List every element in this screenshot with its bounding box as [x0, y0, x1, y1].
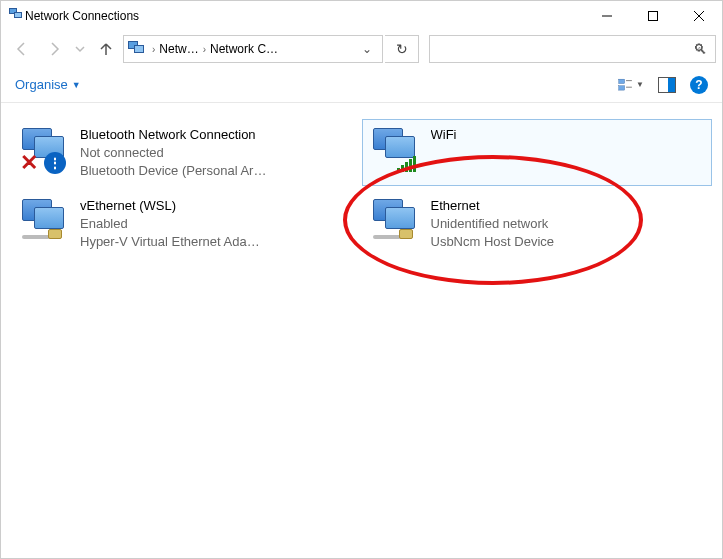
connection-name: vEthernet (WSL): [80, 197, 260, 214]
connection-name: Ethernet: [431, 197, 555, 214]
back-button[interactable]: [7, 35, 37, 63]
signal-bars-icon: [397, 156, 416, 172]
wifi-adapter-icon: [371, 126, 419, 174]
title-bar: Network Connections: [1, 1, 722, 31]
network-connections-icon: [128, 41, 146, 57]
content-area: ✕ ⋮ Bluetooth Network Connection Not con…: [1, 103, 722, 558]
connection-device: Hyper-V Virtual Ethernet Ada…: [80, 233, 260, 250]
forward-button[interactable]: [39, 35, 69, 63]
svg-rect-4: [619, 79, 625, 83]
recent-locations-button[interactable]: [71, 35, 89, 63]
disabled-x-icon: ✕: [20, 154, 40, 174]
connection-name: WiFi: [431, 126, 457, 143]
ethernet-adapter-icon: [20, 197, 68, 245]
window-frame: Network Connections › Netw… › Network C……: [0, 0, 723, 559]
network-connections-icon: [9, 8, 25, 24]
refresh-button[interactable]: ↻: [385, 35, 419, 63]
connection-status: Not connected: [80, 144, 266, 161]
view-options-button[interactable]: ▼: [618, 74, 644, 96]
connection-item-wifi[interactable]: WiFi: [362, 119, 713, 186]
chevron-right-icon[interactable]: ›: [199, 44, 210, 55]
address-bar[interactable]: › Netw… › Network C… ⌄: [123, 35, 383, 63]
connection-item-ethernet[interactable]: Ethernet Unidentified network UsbNcm Hos…: [362, 190, 713, 257]
breadcrumb-part[interactable]: Netw…: [159, 42, 198, 56]
maximize-button[interactable]: [630, 1, 676, 31]
connection-device: Bluetooth Device (Personal Ar…: [80, 162, 266, 179]
bluetooth-adapter-icon: ✕ ⋮: [20, 126, 68, 174]
connection-name: Bluetooth Network Connection: [80, 126, 266, 143]
close-button[interactable]: [676, 1, 722, 31]
chevron-down-icon: ▼: [72, 80, 81, 90]
chevron-right-icon[interactable]: ›: [148, 44, 159, 55]
connection-item-vethernet[interactable]: vEthernet (WSL) Enabled Hyper-V Virtual …: [11, 190, 362, 257]
svg-rect-5: [619, 85, 625, 89]
navigation-bar: › Netw… › Network C… ⌄ ↻ 🔍︎: [1, 31, 722, 67]
connection-status: Enabled: [80, 215, 260, 232]
search-icon: 🔍︎: [693, 41, 707, 57]
ethernet-adapter-icon: [371, 197, 419, 245]
organise-menu[interactable]: Organise ▼: [15, 77, 81, 92]
svg-rect-1: [649, 12, 658, 21]
search-input[interactable]: 🔍︎: [429, 35, 716, 63]
connection-item-bluetooth[interactable]: ✕ ⋮ Bluetooth Network Connection Not con…: [11, 119, 362, 186]
chevron-down-icon[interactable]: ⌄: [356, 42, 378, 56]
command-bar: Organise ▼ ▼ ?: [1, 67, 722, 103]
preview-pane-button[interactable]: [654, 74, 680, 96]
connection-list: ✕ ⋮ Bluetooth Network Connection Not con…: [11, 119, 712, 257]
organise-label: Organise: [15, 77, 68, 92]
minimize-button[interactable]: [584, 1, 630, 31]
help-button[interactable]: ?: [690, 76, 708, 94]
up-button[interactable]: [91, 35, 121, 63]
window-title: Network Connections: [25, 9, 584, 23]
connection-device: UsbNcm Host Device: [431, 233, 555, 250]
svg-rect-9: [668, 78, 675, 92]
connection-status: Unidentified network: [431, 215, 555, 232]
bluetooth-icon: ⋮: [44, 152, 66, 174]
breadcrumb-part[interactable]: Network C…: [210, 42, 278, 56]
